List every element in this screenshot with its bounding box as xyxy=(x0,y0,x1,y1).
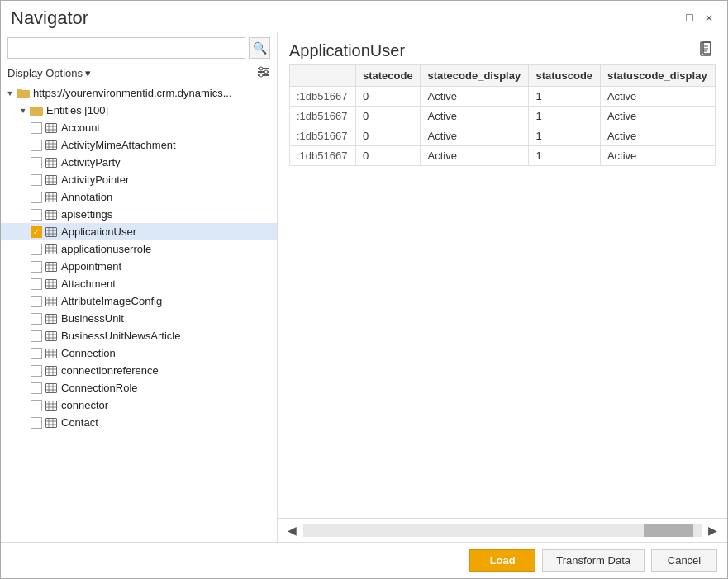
tree-item-label: BusinessUnit xyxy=(61,312,124,325)
svg-point-1 xyxy=(259,67,263,70)
table-row: :1db516670Active1Active xyxy=(290,87,716,107)
svg-rect-101 xyxy=(703,42,711,54)
svg-rect-9 xyxy=(30,107,36,109)
svg-rect-35 xyxy=(46,210,57,219)
folder-icon xyxy=(16,88,31,99)
table-cell: Active xyxy=(421,107,529,126)
scrollbar-thumb[interactable] xyxy=(644,524,693,537)
horizontal-scrollbar: ◀ ▶ xyxy=(278,518,727,542)
table-cell: 0 xyxy=(356,107,421,126)
cancel-button[interactable]: Cancel xyxy=(651,549,717,572)
tree-item-label: Connection xyxy=(61,347,116,359)
tree-item-checkbox[interactable] xyxy=(31,278,42,290)
table-header-cell: statecode_display xyxy=(421,65,529,87)
entities-folder-icon xyxy=(29,105,44,116)
table-icon xyxy=(45,417,58,429)
tree-item-checkbox[interactable] xyxy=(31,348,42,359)
window-controls: ☐ ✕ xyxy=(681,10,717,26)
tree-area[interactable]: ▼ https://yourenvironmentid.crm.dynamics… xyxy=(1,84,277,542)
scroll-right-button[interactable]: ▶ xyxy=(705,522,721,539)
tree-item[interactable]: ActivityPointer xyxy=(1,171,277,188)
tree-item-label: Contact xyxy=(61,416,98,429)
table-cell: Active xyxy=(421,126,529,146)
options-icon-button[interactable] xyxy=(257,65,270,81)
search-button[interactable]: 🔍 xyxy=(249,37,270,59)
tree-item-checkbox[interactable] xyxy=(31,209,42,221)
table-cell: Active xyxy=(421,146,529,166)
preview-table-container: statecodestatecode_displaystatuscodestat… xyxy=(278,64,727,518)
dialog-footer: Load Transform Data Cancel xyxy=(1,542,727,578)
search-input[interactable] xyxy=(7,37,245,59)
tree-item-checkbox[interactable] xyxy=(31,400,42,411)
tree-item[interactable]: Connection xyxy=(1,344,277,362)
scroll-left-button[interactable]: ◀ xyxy=(284,522,300,539)
tree-item[interactable]: apisettings xyxy=(1,206,277,223)
tree-item[interactable]: Contact xyxy=(1,414,277,431)
display-options-button[interactable]: Display Options ▾ xyxy=(7,67,91,79)
tree-item[interactable]: ActivityParty xyxy=(1,154,277,171)
tree-item[interactable]: ActivityMimeAttachment xyxy=(1,136,277,154)
tree-item[interactable]: Attachment xyxy=(1,275,277,292)
table-cell: Active xyxy=(600,107,715,126)
tree-item-label: apisettings xyxy=(61,208,112,221)
table-icon xyxy=(45,209,58,221)
tree-item[interactable]: ApplicationUser xyxy=(1,223,277,240)
tree-item[interactable]: connectionreference xyxy=(1,362,277,379)
tree-item[interactable]: Appointment xyxy=(1,258,277,275)
table-cell: Active xyxy=(421,87,529,107)
tree-item[interactable]: connector xyxy=(1,396,277,414)
table-icon xyxy=(45,330,58,342)
display-options-label: Display Options xyxy=(7,67,83,79)
table-header-cell xyxy=(290,65,356,87)
tree-item-checkbox[interactable] xyxy=(31,365,42,377)
tree-item-checkbox[interactable] xyxy=(31,226,42,238)
table-icon xyxy=(45,313,58,325)
close-button[interactable]: ✕ xyxy=(701,10,717,26)
preview-export-button[interactable] xyxy=(699,40,716,61)
tree-item-checkbox[interactable] xyxy=(31,244,42,255)
table-cell: :1db51667 xyxy=(290,146,356,166)
load-button[interactable]: Load xyxy=(469,549,535,572)
tree-entities-node[interactable]: ▼ Entities [100] xyxy=(1,102,277,119)
tree-item-checkbox[interactable] xyxy=(31,313,42,325)
tree-items-container: Account ActivityMimeAttachment ActivityP… xyxy=(1,119,277,431)
tree-item-checkbox[interactable] xyxy=(31,157,42,168)
tree-item-checkbox[interactable] xyxy=(31,330,42,342)
tree-item[interactable]: Account xyxy=(1,119,277,136)
tree-item[interactable]: applicationuserrole xyxy=(1,240,277,258)
tree-item-checkbox[interactable] xyxy=(31,261,42,273)
tree-item[interactable]: BusinessUnitNewsArticle xyxy=(1,327,277,344)
tree-item-label: applicationuserrole xyxy=(61,243,151,255)
tree-item[interactable]: Annotation xyxy=(1,188,277,206)
tree-item-label: ActivityParty xyxy=(61,156,121,168)
tree-root-node[interactable]: ▼ https://yourenvironmentid.crm.dynamics… xyxy=(1,84,277,102)
tree-item-checkbox[interactable] xyxy=(31,192,42,203)
svg-rect-55 xyxy=(46,279,57,288)
table-header-cell: statuscode xyxy=(529,65,600,87)
root-url-label: https://yourenvironmentid.crm.dynamics..… xyxy=(33,87,232,99)
dialog-body: 🔍 Display Options ▾ xyxy=(1,32,727,542)
tree-item-checkbox[interactable] xyxy=(31,417,42,429)
scrollbar-track[interactable] xyxy=(303,524,702,537)
table-cell: Active xyxy=(600,126,715,146)
tree-item-label: ApplicationUser xyxy=(61,225,136,238)
tree-item-checkbox[interactable] xyxy=(31,140,42,151)
tree-item-checkbox[interactable] xyxy=(31,382,42,394)
tree-item-checkbox[interactable] xyxy=(31,174,42,186)
table-icon xyxy=(45,382,58,394)
table-icon xyxy=(45,296,58,307)
table-header-cell: statuscode_display xyxy=(600,65,715,87)
tree-item-checkbox[interactable] xyxy=(31,296,42,307)
tree-item[interactable]: AttributeImageConfig xyxy=(1,292,277,310)
transform-data-button[interactable]: Transform Data xyxy=(542,549,645,572)
svg-point-5 xyxy=(259,74,263,77)
svg-rect-75 xyxy=(46,349,57,358)
svg-rect-80 xyxy=(46,366,57,375)
tree-item-checkbox[interactable] xyxy=(31,122,42,134)
restore-button[interactable]: ☐ xyxy=(681,10,697,26)
tree-item[interactable]: ConnectionRole xyxy=(1,379,277,396)
table-icon xyxy=(45,261,58,273)
table-icon xyxy=(45,174,58,186)
tree-item[interactable]: BusinessUnit xyxy=(1,310,277,327)
table-header-cell: statecode xyxy=(356,65,421,87)
